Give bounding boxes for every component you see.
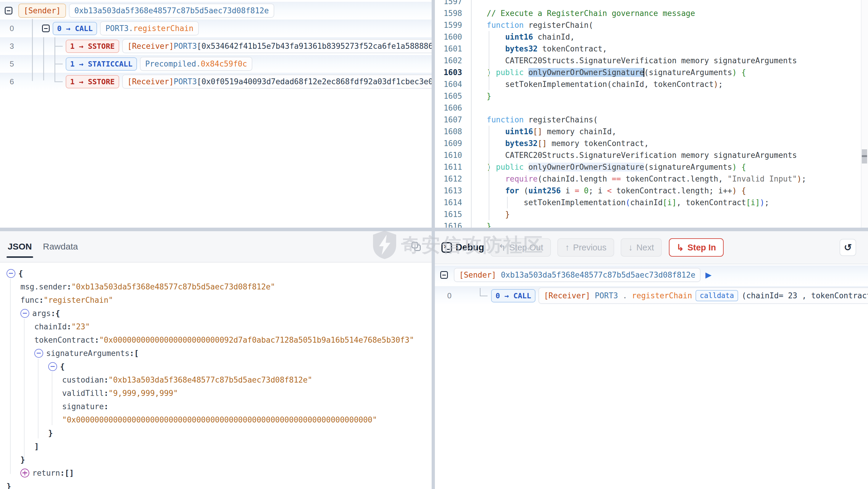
step-out-button[interactable]: ↰ Step Out bbox=[491, 238, 551, 257]
line-number: 1600 bbox=[435, 31, 471, 43]
json-panel: JSON Rawdata {msg.sender : "0xb13a503da5… bbox=[0, 231, 432, 489]
json-token: } bbox=[48, 429, 53, 437]
horizontal-panel-divider[interactable] bbox=[0, 228, 868, 231]
reset-button[interactable]: ↺ bbox=[840, 239, 856, 256]
code-token: ( bbox=[588, 21, 593, 30]
line-number: 1603 bbox=[435, 67, 471, 78]
calldata-badge[interactable]: calldata bbox=[695, 290, 738, 301]
arrow-down-icon: ↓ bbox=[628, 242, 633, 253]
tree-tick bbox=[55, 64, 63, 64]
vertical-panel-divider[interactable] bbox=[432, 0, 435, 489]
call-target-pill[interactable]: Precompiled . 0x84c59f0c bbox=[140, 57, 252, 71]
trace-row[interactable]: 31 → SSTORE[Receiver] PORT3 [0x534642f41… bbox=[0, 37, 432, 55]
trace-row[interactable]: 00 → CALLPORT3 . registerChain bbox=[0, 20, 432, 37]
code-token: { bbox=[737, 186, 746, 195]
text-segment: PORT3 bbox=[174, 77, 197, 86]
line-number: 1601 bbox=[435, 43, 471, 55]
line-number: 1599 bbox=[435, 19, 471, 31]
json-token: "23" bbox=[71, 322, 90, 331]
code-line: 1613 for (uint256 i = 0; i < tokenContra… bbox=[435, 185, 868, 197]
code-token bbox=[487, 127, 505, 136]
code-token: chainId.length bbox=[542, 174, 612, 183]
tree-tick bbox=[55, 46, 63, 47]
call-target-pill[interactable]: PORT3 . registerChain bbox=[100, 21, 198, 35]
code-token: ( bbox=[537, 174, 542, 183]
code-token: } bbox=[487, 210, 510, 219]
code-token: signatureArguments bbox=[649, 68, 732, 77]
code-token: CATERC20Structs.SignatureVerification me… bbox=[487, 151, 797, 160]
debug-sender-pill[interactable]: [Sender] 0xb13a503da5f368e48577c87b5d5ae… bbox=[454, 268, 701, 282]
call-target-pill[interactable]: [Receiver] PORT3 . registerChain calldat… bbox=[538, 287, 868, 304]
code-token: chainId, bbox=[533, 33, 575, 41]
call-target-pill[interactable]: [Receiver] PORT3 [0x534642f41b15e7b43fa9… bbox=[122, 39, 432, 53]
next-button[interactable]: ↓ Next bbox=[621, 238, 662, 257]
scrollbar-thumb[interactable] bbox=[862, 149, 867, 163]
json-line: } bbox=[0, 453, 432, 466]
debug-sender-row[interactable]: [Sender] 0xb13a503da5f368e48577c87b5d5ae… bbox=[435, 265, 868, 285]
collapse-toggle-icon[interactable] bbox=[21, 309, 29, 318]
code-editor[interactable]: 15971598// Execute a RegisterChain gover… bbox=[435, 0, 868, 228]
code-token bbox=[487, 186, 505, 195]
previous-button[interactable]: ↑ Previous bbox=[557, 238, 614, 257]
sender-row[interactable]: [Sender] 0xb13a503da5f368e48577c87b5d5ae… bbox=[0, 2, 432, 20]
code-token: 0 bbox=[584, 186, 589, 195]
json-line: tokenContract : "0x000000000000000000000… bbox=[0, 333, 432, 347]
code-token bbox=[487, 174, 505, 183]
debug-call-row[interactable]: 0 0 → CALL [Receiver] PORT3 . registerCh… bbox=[435, 286, 868, 305]
code-token: ) bbox=[732, 68, 737, 77]
op-badge[interactable]: 1 → SSTORE bbox=[66, 40, 119, 53]
step-in-button[interactable]: ↳ Step In bbox=[669, 238, 724, 257]
code-token: ) bbox=[487, 163, 496, 171]
play-icon[interactable]: ▶ bbox=[705, 270, 712, 280]
sender-address-pill[interactable]: 0xb13a503da5f368e48577c87b5d5aec73d08f81… bbox=[69, 4, 274, 18]
line-number: 1612 bbox=[435, 173, 471, 185]
row-gutter: 0 bbox=[0, 20, 24, 37]
text-segment: [Receiver] bbox=[127, 42, 174, 51]
tab-json[interactable]: JSON bbox=[8, 231, 32, 262]
collapse-icon[interactable] bbox=[5, 7, 12, 14]
tree-line bbox=[32, 19, 33, 81]
json-token: chainId bbox=[34, 322, 67, 331]
collapse-icon[interactable] bbox=[440, 271, 448, 279]
code-token: setTokenImplementation bbox=[487, 80, 607, 89]
tab-rawdata[interactable]: Rawdata bbox=[43, 231, 78, 262]
op-badge[interactable]: 0 → CALL bbox=[491, 289, 535, 302]
line-number: 1606 bbox=[435, 102, 471, 114]
trace-row[interactable]: 51 → STATICCALLPrecompiled . 0x84c59f0c bbox=[0, 55, 432, 73]
collapse-toggle-icon[interactable] bbox=[48, 362, 57, 371]
collapse-toggle-icon[interactable] bbox=[34, 349, 43, 358]
collapse-icon[interactable] bbox=[42, 25, 50, 32]
code-token: ; bbox=[765, 198, 769, 207]
scrollbar-track[interactable] bbox=[861, 0, 868, 228]
call-target-pill[interactable]: [Receiver] PORT3 [0x0f0519a40093d7edad68… bbox=[122, 74, 432, 89]
code-token: , tokenContract bbox=[677, 198, 746, 207]
json-line: signatureArguments : [ bbox=[0, 347, 432, 360]
code-line: 1601 bytes32 tokenContract, bbox=[435, 43, 868, 55]
trace-row[interactable]: 61 → SSTORE[Receiver] PORT3 [0x0f0519a40… bbox=[0, 73, 432, 91]
json-token: "9,999,999,999" bbox=[108, 389, 178, 398]
json-line: custodian : "0xb13a503da5f368e48577c87b5… bbox=[0, 373, 432, 386]
code-token: ) bbox=[760, 198, 765, 207]
trace-panel: [Sender] 0xb13a503da5f368e48577c87b5d5ae… bbox=[0, 0, 432, 228]
text-segment: PORT3 bbox=[105, 24, 128, 33]
op-badge[interactable]: 1 → SSTORE bbox=[66, 75, 119, 88]
text-segment: registerChain bbox=[632, 291, 692, 300]
debug-panel: Debug ↰ Step Out ↑ Previous ↓ Next ↳ Ste… bbox=[435, 231, 868, 489]
json-token: signature bbox=[62, 402, 104, 411]
sender-badge: [Sender] bbox=[18, 4, 66, 18]
json-token: "0x0000000000000000000000000000000000000… bbox=[62, 415, 377, 424]
code-token: memory tokenContract, bbox=[547, 139, 649, 148]
collapse-toggle-icon[interactable] bbox=[6, 269, 16, 278]
code-token: ; bbox=[801, 174, 806, 183]
json-token: args bbox=[32, 309, 51, 318]
code-token: ++ bbox=[723, 186, 732, 195]
expand-toggle-icon[interactable] bbox=[21, 468, 29, 478]
op-badge[interactable]: 1 → STATICCALL bbox=[66, 57, 137, 71]
code-token: public bbox=[496, 163, 528, 171]
copy-icon[interactable] bbox=[411, 242, 422, 252]
json-tree: {msg.sender : "0xb13a503da5f368e48577c87… bbox=[0, 263, 432, 489]
code-token: CATERC20Structs.SignatureVerification me… bbox=[487, 56, 797, 65]
json-token: [ bbox=[134, 349, 139, 358]
code-token: onlyOwnerOrOwnerSignature bbox=[528, 68, 644, 77]
op-badge[interactable]: 0 → CALL bbox=[53, 22, 97, 35]
